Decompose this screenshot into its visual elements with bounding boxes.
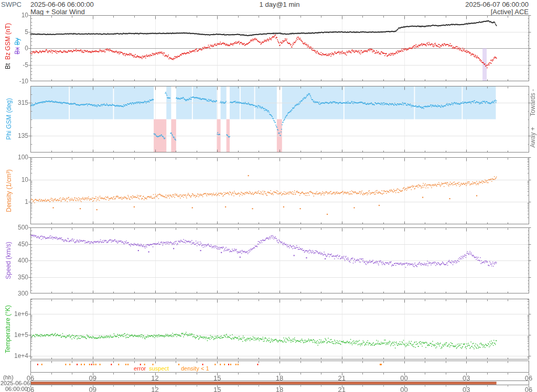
y-tick-label-phi: 135	[0, 132, 28, 139]
x-tick-label: 09	[89, 386, 96, 392]
y-tick-label-mag: 10	[0, 12, 28, 19]
y-tick-label-temp: 1e+5	[0, 331, 28, 339]
y-tick-label-density: 100	[0, 154, 28, 161]
away-sector-label: Away +	[529, 127, 536, 147]
x-tick-label: 06	[525, 386, 532, 392]
speed-panel-plot	[0, 227, 537, 293]
y-tick-label-speed: 450	[0, 241, 28, 248]
y-tick-label-speed: 350	[0, 274, 28, 281]
y-tick-label-mag: 0	[0, 45, 28, 52]
y-tick-label-density: 10	[0, 176, 28, 183]
y-tick-label-mag: -10	[0, 78, 28, 85]
x-tick-label: 18	[276, 386, 283, 392]
plot-subtitle: Mag + Solar Wind	[30, 8, 85, 16]
overview-axis-labels-row: 060912151821000306	[0, 386, 537, 392]
end-datetime: 2025-06-07 06:00:00	[465, 1, 529, 8]
app-title: SWPC	[1, 1, 22, 8]
x-tick-label: 12	[151, 386, 158, 392]
legend-density-lt: density < 1	[181, 365, 209, 372]
swpc-ace-dashboard: SWPC 2025-06-06 06:00:00 1 day@1 min 202…	[0, 0, 537, 392]
legend-suspect: suspect	[149, 365, 169, 372]
x-tick-label: 00	[400, 386, 407, 392]
y-tick-label-speed: 300	[0, 290, 28, 297]
start-datetime: 2025-06-06 06:00:00	[30, 1, 94, 8]
x-tick-label: 15	[213, 386, 221, 392]
x-tick-label: 03	[463, 386, 470, 392]
towards-sector-label: Towards -	[529, 89, 536, 116]
density-panel-plot	[0, 157, 537, 224]
phi-panel-plot	[0, 86, 537, 153]
resolution-label[interactable]: 1 day@1 min	[260, 1, 300, 8]
legend-error: error	[134, 365, 146, 372]
y-tick-label-temp: 1e+4	[0, 352, 28, 360]
x-tick-label: 06	[27, 386, 34, 392]
temperature-panel-plot	[0, 299, 537, 360]
y-tick-label-mag: 5	[0, 28, 28, 36]
y-tick-label-density: 1	[0, 198, 28, 205]
x-tick-label: 21	[338, 386, 346, 392]
data-source-label[interactable]: [Active] ACE	[491, 8, 529, 16]
y-tick-label-speed: 500	[0, 224, 28, 231]
y-tick-label-mag: -5	[0, 61, 28, 69]
mag-panel-plot	[0, 15, 537, 81]
time-axis-labels-row: 060912151821000306	[0, 374, 537, 381]
y-tick-label-temp: 1e+6	[0, 310, 28, 318]
overview-timeline[interactable]	[30, 381, 529, 385]
y-tick-label-speed: 400	[0, 257, 28, 264]
y-tick-label-phi: 315	[0, 99, 28, 106]
